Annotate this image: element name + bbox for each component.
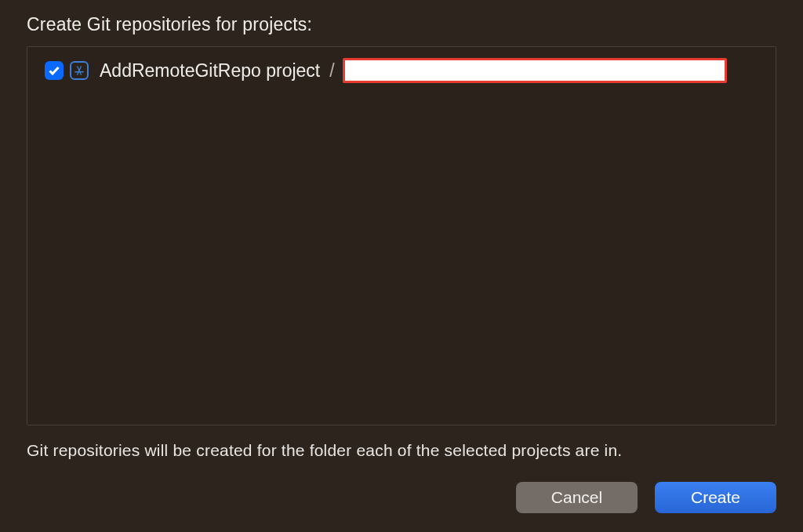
button-row: Cancel Create: [27, 482, 776, 513]
project-name-label: AddRemoteGitRepo project: [100, 60, 320, 81]
dialog-heading: Create Git repositories for projects:: [27, 14, 776, 35]
checkmark-icon: [48, 64, 60, 77]
info-text: Git repositories will be created for the…: [27, 441, 776, 460]
create-button[interactable]: Create: [655, 482, 776, 513]
cancel-button[interactable]: Cancel: [516, 482, 638, 513]
project-path-input[interactable]: [343, 58, 727, 83]
project-checkbox[interactable]: [45, 61, 64, 80]
app-store-icon: [70, 61, 89, 80]
path-separator: /: [329, 60, 334, 81]
project-row: AddRemoteGitRepo project /: [45, 58, 758, 83]
project-list: AddRemoteGitRepo project /: [27, 46, 776, 425]
create-git-repos-dialog: Create Git repositories for projects:: [0, 0, 803, 532]
